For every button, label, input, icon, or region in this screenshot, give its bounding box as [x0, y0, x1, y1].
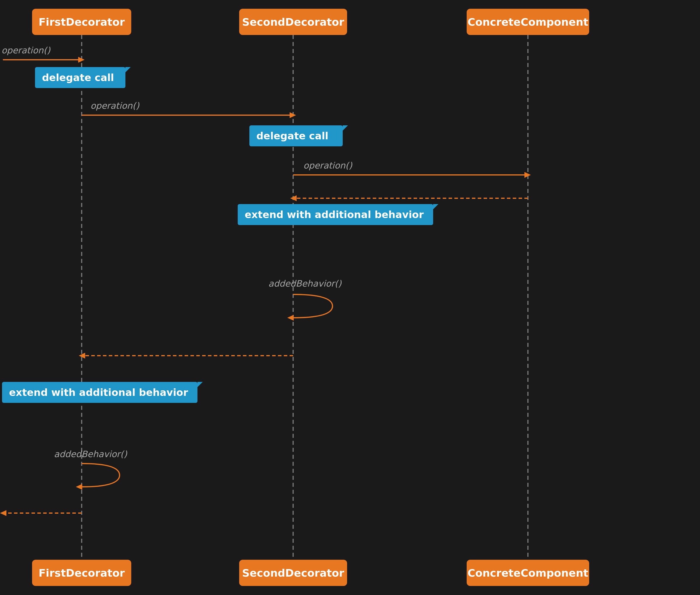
svg-marker-11: [287, 315, 294, 321]
note-extend-first: extend with additional behavior: [2, 382, 197, 403]
svg-marker-6: [290, 112, 296, 118]
lifeline-box-concrete: ConcreteComponent: [467, 9, 589, 35]
lifeline-box-first: FirstDecorator: [32, 9, 131, 35]
svg-marker-16: [0, 510, 6, 516]
svg-marker-13: [79, 353, 85, 359]
svg-marker-4: [78, 57, 85, 63]
svg-marker-8: [524, 172, 531, 178]
arrow-label-op2: operation(): [90, 101, 139, 111]
lifeline-box-second: SecondDecorator: [239, 9, 347, 35]
note-extend-second: extend with additional behavior: [238, 204, 433, 225]
lifeline-box-second-bottom: SecondDecorator: [239, 560, 347, 586]
arrows-svg: [0, 0, 700, 595]
svg-marker-14: [76, 484, 82, 490]
note-delegate-first: delegate call: [35, 67, 126, 88]
lifeline-box-concrete-bottom: ConcreteComponent: [467, 560, 589, 586]
arrow-label-op3: operation(): [303, 160, 352, 171]
arrow-label-added2: addedBehavior(): [54, 449, 127, 459]
lifeline-box-first-bottom: FirstDecorator: [32, 560, 131, 586]
note-delegate-second: delegate call: [249, 125, 343, 146]
diagram-container: FirstDecorator SecondDecorator ConcreteC…: [0, 0, 700, 595]
arrow-label-op1: operation(): [1, 45, 50, 55]
svg-marker-10: [290, 195, 297, 201]
arrow-label-added1: addedBehavior(): [268, 278, 342, 289]
